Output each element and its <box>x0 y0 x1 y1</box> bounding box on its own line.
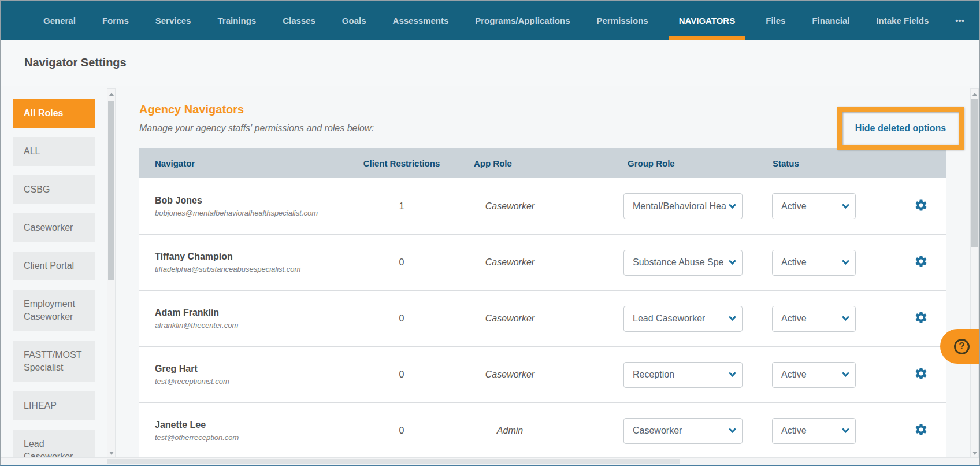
horizontal-scrollbar[interactable] <box>1 457 979 465</box>
nav-tab-label: Programs/Applications <box>475 16 570 25</box>
status-select[interactable]: Active <box>772 306 856 332</box>
status-value: Active <box>773 313 807 324</box>
navigator-cell: Tiffany Champion tiffadelphia@substancea… <box>139 252 353 273</box>
table-row: Adam Franklin afranklin@thecenter.com 0 … <box>139 290 946 346</box>
chevron-down-icon <box>729 201 736 209</box>
scroll-down-icon[interactable] <box>972 452 977 455</box>
app-role-cell: Admin <box>450 426 570 436</box>
sidebar-role-item[interactable]: Employment Caseworker <box>13 290 95 331</box>
sidebar-role-item[interactable]: Lead Caseworker <box>13 430 95 460</box>
app-role-value: Admin <box>497 426 523 435</box>
scroll-down-icon[interactable] <box>109 452 114 455</box>
sidebar-role-item[interactable]: All Roles <box>13 99 95 128</box>
scroll-up-icon[interactable] <box>972 93 977 96</box>
navigator-email: bobjones@mentalbehavioralhealthspecialis… <box>155 209 353 217</box>
chevron-down-icon <box>729 257 736 265</box>
group-role-cell: Substance Abuse Spe <box>570 250 758 276</box>
nav-tab[interactable]: Files <box>760 1 791 40</box>
nav-tab[interactable]: Assessments <box>387 1 455 40</box>
navigator-cell: Greg Hart test@receptionist.com <box>139 364 353 386</box>
gear-icon[interactable] <box>914 423 928 437</box>
status-select[interactable]: Active <box>772 418 856 444</box>
column-header-status: Status <box>758 158 902 168</box>
status-select[interactable]: Active <box>772 250 856 276</box>
sidebar-role-label: FASTT/MOST Specialist <box>24 350 81 372</box>
chevron-down-icon <box>729 313 736 321</box>
sidebar-role-label: Caseworker <box>24 223 73 232</box>
navigator-cell: Janette Lee test@otherreception.com <box>139 420 353 442</box>
chevron-down-icon <box>842 201 849 209</box>
nav-tab-label: Services <box>155 16 191 25</box>
main-scrollbar[interactable] <box>970 88 979 459</box>
status-cell: Active <box>758 418 902 444</box>
gear-icon[interactable] <box>914 310 928 324</box>
status-cell: Active <box>758 250 902 276</box>
status-cell: Active <box>758 362 902 388</box>
sidebar-role-label: LIHEAP <box>24 401 57 410</box>
nav-tab[interactable]: General <box>38 1 81 40</box>
horizontal-scrollbar-thumb[interactable] <box>107 459 680 464</box>
group-role-select[interactable]: Lead Caseworker <box>623 306 743 332</box>
status-select[interactable]: Active <box>772 193 856 219</box>
nav-tab[interactable]: Permissions <box>591 1 654 40</box>
chevron-down-icon <box>842 426 849 433</box>
chevron-down-icon <box>729 369 736 377</box>
group-role-select[interactable]: Mental/Behavioral Hea <box>623 193 743 219</box>
status-cell: Active <box>758 193 902 219</box>
sidebar-role-item[interactable]: LIHEAP <box>13 391 95 420</box>
navigator-name: Bob Jones <box>155 195 353 206</box>
app-role-value: Caseworker <box>485 201 534 211</box>
nav-tab[interactable]: NAVIGATORS <box>669 1 745 40</box>
main-scrollbar-thumb[interactable] <box>971 99 978 247</box>
help-button[interactable]: ? <box>940 329 979 364</box>
actions-cell <box>902 254 946 271</box>
group-role-value: Caseworker <box>624 426 682 436</box>
chevron-down-icon <box>842 257 849 265</box>
status-cell: Active <box>758 306 902 332</box>
status-value: Active <box>773 369 807 380</box>
nav-tab[interactable]: Forms <box>96 1 135 40</box>
sidebar-role-item[interactable]: CSBG <box>13 175 95 204</box>
nav-tab[interactable]: ••• <box>949 1 970 40</box>
nav-tab-label: Goals <box>342 16 366 25</box>
gear-icon[interactable] <box>914 198 928 212</box>
app-role-cell: Caseworker <box>450 369 570 380</box>
nav-tab[interactable]: Goals <box>336 1 372 40</box>
nav-tab[interactable]: Financial <box>806 1 855 40</box>
section-heading: Agency Navigators <box>139 103 244 116</box>
nav-tab[interactable]: Trainings <box>211 1 262 40</box>
group-role-select[interactable]: Substance Abuse Spe <box>623 250 743 276</box>
gear-icon[interactable] <box>914 254 928 268</box>
sidebar-role-item[interactable]: Client Portal <box>13 252 95 280</box>
sidebar-role-item[interactable]: Caseworker <box>13 213 95 242</box>
hide-deleted-options-link[interactable]: Hide deleted options <box>855 123 946 134</box>
group-role-select[interactable]: Caseworker <box>623 418 743 444</box>
highlight-annotation: Hide deleted options <box>837 107 964 150</box>
table-row: Greg Hart test@receptionist.com 0 Casewo… <box>139 346 946 402</box>
scroll-up-icon[interactable] <box>109 93 114 96</box>
group-role-select[interactable]: Reception <box>623 362 743 388</box>
sidebar-scrollbar-thumb[interactable] <box>108 101 114 280</box>
navigator-email: tiffadelphia@substanceabusespecialist.co… <box>155 265 353 273</box>
nav-tab-label: ••• <box>955 16 964 25</box>
status-select[interactable]: Active <box>772 362 856 388</box>
nav-tab[interactable]: Intake Fields <box>870 1 934 40</box>
status-value: Active <box>773 201 807 212</box>
navigator-cell: Adam Franklin afranklin@thecenter.com <box>139 308 353 330</box>
group-role-value: Reception <box>624 369 674 380</box>
sidebar-role-label: CSBG <box>24 184 50 194</box>
sidebar-role-item[interactable]: FASTT/MOST Specialist <box>13 341 95 382</box>
navigator-name: Tiffany Champion <box>155 252 353 262</box>
sidebar-role-label: Lead Caseworker <box>24 439 73 460</box>
sidebar-role-item[interactable]: ALL <box>13 137 95 166</box>
client-restrictions-value: 0 <box>353 257 450 268</box>
actions-cell <box>902 423 946 439</box>
question-mark-icon: ? <box>954 339 970 354</box>
navigator-name: Janette Lee <box>155 420 353 430</box>
nav-tab[interactable]: Programs/Applications <box>469 1 576 40</box>
gear-icon[interactable] <box>914 367 928 380</box>
nav-tab[interactable]: Services <box>150 1 197 40</box>
nav-tab[interactable]: Classes <box>277 1 321 40</box>
chevron-down-icon <box>842 313 849 321</box>
sidebar-scrollbar[interactable] <box>107 88 116 459</box>
